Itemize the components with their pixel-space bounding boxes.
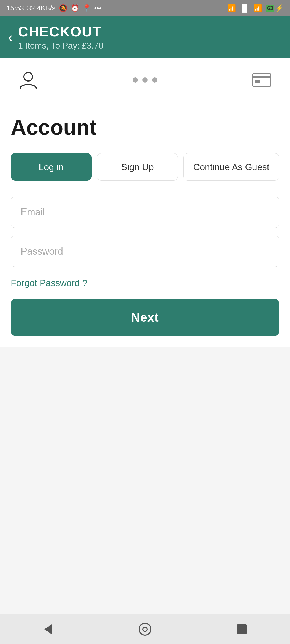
data-speed: 32.4KB/s xyxy=(27,4,56,12)
svg-marker-4 xyxy=(44,624,52,635)
more-icon: ••• xyxy=(94,4,102,12)
auth-tabs: Log in Sign Up Continue As Guest xyxy=(11,153,279,181)
back-nav-button[interactable] xyxy=(39,620,58,639)
bluetooth-icon: 📶 xyxy=(227,4,236,12)
status-bar: 15:53 32.4KB/s 🔕 ⏰ 📍 ••• 📶 ▐▌ 📶 63 ⚡ xyxy=(0,0,290,16)
notification-icon: 🔕 xyxy=(59,4,67,12)
main-content: Account Log in Sign Up Continue As Guest… xyxy=(0,102,290,347)
progress-steps xyxy=(0,58,290,102)
svg-rect-7 xyxy=(237,624,247,634)
time-display: 15:53 xyxy=(6,4,24,12)
signup-tab[interactable]: Sign Up xyxy=(97,153,178,181)
battery-level: 63 xyxy=(266,5,274,12)
bottom-nav xyxy=(0,614,290,644)
svg-point-5 xyxy=(139,623,151,635)
step-dot-1 xyxy=(133,77,138,83)
alarm-icon: ⏰ xyxy=(71,4,79,12)
status-right: 📶 ▐▌ 📶 63 ⚡ xyxy=(227,4,284,12)
checkout-subtitle: 1 Items, To Pay: £3.70 xyxy=(18,41,103,51)
battery-bolt: ⚡ xyxy=(276,4,284,12)
next-button[interactable]: Next xyxy=(11,299,279,336)
login-tab[interactable]: Log in xyxy=(11,153,92,181)
step-dot-2 xyxy=(142,77,148,83)
account-step-icon xyxy=(16,68,40,92)
stop-nav-button[interactable] xyxy=(232,620,251,639)
toolbar: ‹ CHECKOUT 1 Items, To Pay: £3.70 xyxy=(0,16,290,58)
svg-point-0 xyxy=(24,72,32,81)
step-dots xyxy=(40,77,250,83)
signal-icon: ▐▌ xyxy=(240,4,250,12)
payment-step-icon xyxy=(250,68,274,92)
battery-display: 63 ⚡ xyxy=(266,4,284,12)
checkout-title: CHECKOUT xyxy=(18,24,103,40)
status-left: 15:53 32.4KB/s 🔕 ⏰ 📍 ••• xyxy=(6,4,102,12)
svg-point-6 xyxy=(143,627,147,631)
home-nav-button[interactable] xyxy=(136,620,154,639)
svg-rect-3 xyxy=(255,80,260,83)
password-field[interactable] xyxy=(11,236,279,267)
step-dot-3 xyxy=(152,77,157,83)
account-title: Account xyxy=(11,115,279,140)
back-button[interactable]: ‹ xyxy=(8,30,13,44)
svg-rect-1 xyxy=(253,74,271,86)
toolbar-text: CHECKOUT 1 Items, To Pay: £3.70 xyxy=(18,24,103,51)
wifi-icon: 📶 xyxy=(253,4,262,12)
guest-tab[interactable]: Continue As Guest xyxy=(183,153,279,181)
location-icon: 📍 xyxy=(82,4,91,12)
email-field[interactable] xyxy=(11,197,279,228)
forgot-password-link[interactable]: Forgot Password ? xyxy=(11,278,87,288)
